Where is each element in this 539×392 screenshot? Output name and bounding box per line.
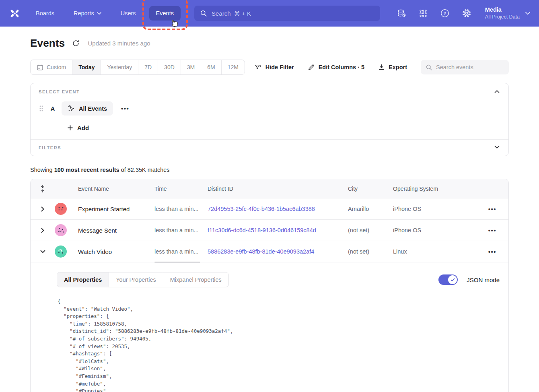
- column-header-city[interactable]: City: [348, 186, 393, 192]
- toolbar: Custom Today Yesterday 7D 30D 3M 6M 12M …: [30, 60, 509, 75]
- nav-item-label: Reports: [74, 10, 94, 17]
- date-range-yesterday[interactable]: Yesterday: [101, 60, 138, 74]
- cell-city: (not set): [348, 248, 393, 255]
- collapse-all-icon[interactable]: [37, 185, 48, 193]
- pencil-icon: [308, 64, 315, 71]
- date-range-6m[interactable]: 6M: [201, 60, 221, 74]
- date-range-12m[interactable]: 12M: [221, 60, 245, 74]
- cell-os: Linux: [393, 248, 476, 255]
- help-icon[interactable]: ?: [440, 8, 450, 18]
- column-header-distinct-id[interactable]: Distinct ID: [208, 186, 348, 192]
- edit-columns-label: Edit Columns · 5: [319, 64, 364, 70]
- tab-mixpanel-properties[interactable]: Mixpanel Properties: [163, 272, 228, 287]
- filters-label: FILTERS: [39, 145, 500, 150]
- table-row[interactable]: Message Sent less than a min... f11c30d6…: [31, 220, 508, 241]
- column-header-event-name[interactable]: Event Name: [78, 186, 154, 192]
- row-more-options-button[interactable]: •••: [476, 248, 508, 255]
- chevron-down-icon: [97, 12, 101, 15]
- tab-your-properties[interactable]: Your Properties: [109, 272, 163, 287]
- global-search-input[interactable]: [212, 10, 374, 17]
- data-management-icon[interactable]: [397, 8, 406, 18]
- date-range-30d[interactable]: 30D: [158, 60, 181, 74]
- page-header: Events Updated 3 minutes ago: [30, 37, 509, 50]
- search-icon: [200, 10, 207, 17]
- drag-handle-icon[interactable]: [39, 105, 44, 111]
- edit-columns-button[interactable]: Edit Columns · 5: [308, 64, 364, 71]
- date-range-7d[interactable]: 7D: [138, 60, 158, 74]
- export-button[interactable]: Export: [378, 64, 407, 71]
- hide-filter-label: Hide Filter: [265, 64, 294, 70]
- event-avatar: [55, 203, 67, 215]
- mixpanel-logo[interactable]: [6, 8, 23, 19]
- add-event-button[interactable]: Add: [67, 124, 89, 131]
- toolbar-actions: Hide Filter Edit Columns · 5: [254, 60, 509, 74]
- column-header-time[interactable]: Time: [154, 186, 208, 192]
- date-range-today[interactable]: Today: [72, 60, 101, 74]
- export-label: Export: [389, 64, 407, 70]
- expand-row-button[interactable]: [37, 228, 48, 233]
- cell-event-name: Experiment Started: [78, 206, 154, 213]
- project-selector[interactable]: Media All Project Data: [485, 6, 530, 21]
- row-more-options-button[interactable]: •••: [476, 227, 508, 234]
- table-row-expanded[interactable]: Watch Video less than a min... 5886283e-…: [31, 241, 508, 262]
- settings-gear-icon[interactable]: [462, 8, 471, 18]
- results-prefix: Showing: [30, 167, 54, 173]
- tab-all-properties[interactable]: All Properties: [57, 272, 109, 287]
- results-suffix: of 82.35K matches: [119, 167, 170, 173]
- date-range-3m[interactable]: 3M: [181, 60, 201, 74]
- column-header-os[interactable]: Operating System: [393, 186, 476, 192]
- refresh-button[interactable]: [72, 39, 80, 47]
- cell-distinct-id[interactable]: f11c30d6-dc6d-4518-9136-0d046159c84d: [208, 227, 348, 233]
- hide-filter-button[interactable]: Hide Filter: [254, 64, 294, 71]
- toggle-knob: [448, 275, 457, 284]
- event-query-row: A All Events •••: [39, 101, 500, 116]
- apps-grid-icon[interactable]: [418, 8, 428, 18]
- nav-item-users[interactable]: Users: [114, 6, 143, 21]
- global-search[interactable]: [194, 6, 380, 21]
- json-mode-toggle[interactable]: [438, 274, 458, 285]
- cell-city: Amarillo: [348, 206, 393, 212]
- row-more-options-button[interactable]: •••: [476, 206, 508, 213]
- table-header-row: Event Name Time Distinct ID City Operati…: [31, 179, 508, 198]
- filters-section[interactable]: FILTERS: [31, 139, 508, 156]
- properties-tabs: All Properties Your Properties Mixpanel …: [57, 272, 229, 287]
- expand-row-button[interactable]: [37, 206, 48, 212]
- date-range-custom[interactable]: Custom: [31, 60, 72, 74]
- search-events-box[interactable]: [421, 60, 509, 74]
- results-count: 100 most recent results: [54, 167, 119, 173]
- cell-time: less than a min...: [154, 227, 208, 233]
- date-range-label: 7D: [144, 64, 152, 70]
- all-events-chip[interactable]: All Events: [62, 101, 113, 116]
- search-events-input[interactable]: [436, 64, 504, 70]
- cell-os: iPhone OS: [393, 227, 476, 233]
- collapse-row-button[interactable]: [37, 250, 48, 253]
- expand-filters-button[interactable]: [493, 144, 501, 151]
- date-range-label: 3M: [187, 64, 195, 70]
- date-range-label: Custom: [47, 64, 66, 70]
- nav-item-label: Events: [156, 10, 174, 17]
- calendar-icon: [37, 64, 43, 71]
- nav-item-reports[interactable]: Reports: [67, 6, 108, 21]
- top-navbar: Boards Reports Users Events: [0, 0, 539, 27]
- date-range-label: Today: [78, 64, 95, 70]
- nav-item-events-wrapper: Events: [149, 6, 181, 21]
- download-icon: [378, 64, 385, 71]
- collapse-section-button[interactable]: [493, 88, 501, 95]
- hand-cursor-icon: [170, 18, 179, 28]
- cell-distinct-id[interactable]: 72d49553-25fc-4f0c-b436-1b5ac6ab3388: [208, 206, 348, 212]
- table-row[interactable]: Experiment Started less than a min... 72…: [31, 198, 508, 220]
- nav-item-boards[interactable]: Boards: [29, 6, 61, 21]
- event-json-content: { "event": "Watch Video", "properties": …: [58, 298, 500, 392]
- event-more-options-button[interactable]: •••: [119, 103, 132, 113]
- nav-items: Boards Reports Users Events: [29, 6, 181, 21]
- cell-time: less than a min...: [154, 206, 208, 212]
- last-updated-text: Updated 3 minutes ago: [88, 40, 150, 47]
- cell-distinct-id[interactable]: 5886283e-e9fb-48fb-81de-40e9093a2af4: [208, 248, 348, 255]
- nav-item-label: Users: [121, 10, 136, 17]
- project-name: Media: [485, 6, 520, 14]
- events-table: Event Name Time Distinct ID City Operati…: [30, 179, 509, 392]
- select-event-section: SELECT EVENT A: [31, 83, 508, 139]
- results-summary: Showing 100 most recent results of 82.35…: [30, 167, 509, 173]
- filter-funnel-icon: [254, 64, 262, 71]
- search-icon: [426, 64, 432, 71]
